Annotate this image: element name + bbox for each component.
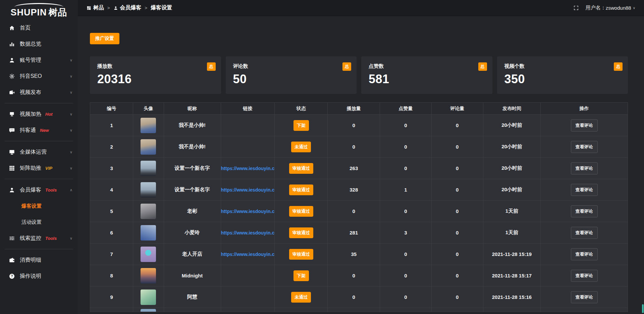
- caret-down-icon: ∨: [633, 6, 635, 10]
- cell-avatar: [133, 136, 164, 158]
- status-badge[interactable]: 审核通过: [289, 185, 313, 195]
- cell-comments: [431, 308, 483, 312]
- cell-link: [221, 286, 274, 308]
- status-badge[interactable]: 未通过: [291, 292, 311, 303]
- sidebar-item-label: 视频发布: [20, 89, 41, 96]
- cell-published: 2021-11-28 15:16: [483, 286, 541, 308]
- topbar-right: 用户名：zswodun88∨: [573, 5, 635, 11]
- cell-plays: 0: [328, 136, 380, 158]
- status-badge[interactable]: 审核通过: [289, 249, 313, 260]
- sidebar: SHUPIN树品 首页数据总览账号管理∨抖音SEO∨视频发布∨视频加热Hot∨抖…: [0, 0, 78, 314]
- sidebar-item-video-publish[interactable]: 视频发布∨: [0, 84, 78, 100]
- sidebar-item-label: 操作说明: [20, 273, 41, 280]
- view-comments-button[interactable]: 查看评论: [571, 227, 598, 239]
- sidebar-item-tag: Hot: [45, 112, 53, 117]
- user-menu[interactable]: 用户名：zswodun88∨: [586, 5, 635, 11]
- view-comments-button[interactable]: 查看评论: [571, 205, 598, 217]
- cell-comments: 0: [431, 158, 483, 179]
- video-link[interactable]: https://www.iesdouyin.c: [221, 230, 275, 235]
- status-badge[interactable]: 下架: [293, 270, 309, 281]
- sidebar-item-account-manage[interactable]: 账号管理∨: [0, 52, 78, 68]
- view-comments-button[interactable]: 查看评论: [571, 162, 598, 174]
- avatar: [141, 309, 156, 312]
- sidebar-subitem-baoke-settings[interactable]: 爆客设置: [0, 198, 78, 214]
- cell-actions: 查看评论: [541, 244, 628, 265]
- sidebar-item-clue-monitor[interactable]: 线索监控Tools∨: [0, 230, 78, 246]
- stat-label: 播放数: [97, 63, 214, 69]
- cell-actions: 查看评论: [541, 136, 628, 158]
- sidebar-divider: [5, 179, 73, 179]
- sidebar-item-consume-detail[interactable]: 消费明细: [0, 252, 78, 268]
- sidebar-item-member-baoke[interactable]: 会员爆客Tools∧: [0, 182, 78, 198]
- sidebar-item-label: 矩阵助推: [20, 165, 41, 172]
- cell-status: 未通过: [274, 136, 328, 158]
- chevron-down-icon: ∨: [70, 166, 72, 170]
- cell-comments: 0: [431, 136, 483, 158]
- sidebar-item-douketong[interactable]: 抖客通New∨: [0, 122, 78, 138]
- sidebar-item-tag: VIP: [45, 166, 52, 171]
- view-comments-button[interactable]: 查看评论: [571, 119, 598, 132]
- cell-avatar: [133, 115, 164, 136]
- sidebar-item-douyin-seo[interactable]: 抖音SEO∨: [0, 68, 78, 84]
- sidebar-item-matrix-boost[interactable]: 矩阵助推VIP∨: [0, 160, 78, 176]
- breadcrumb: 树品>会员爆客>爆客设置: [87, 4, 172, 11]
- chat-icon: [9, 127, 15, 134]
- username-value: zswodun88: [606, 5, 631, 11]
- sidebar-divider: [5, 141, 73, 141]
- video-link[interactable]: https://www.iesdouyin.c: [221, 209, 275, 214]
- cell-published: 1天前: [483, 201, 541, 222]
- monitor-icon: [9, 149, 15, 155]
- stat-value: 581: [369, 72, 485, 86]
- cell-status: [274, 308, 328, 312]
- cell-comments: 0: [431, 265, 483, 286]
- cell-published: 1天前: [483, 222, 541, 244]
- view-comments-button[interactable]: 查看评论: [571, 270, 598, 282]
- cell-comments: 0: [431, 286, 483, 308]
- view-comments-button[interactable]: 查看评论: [571, 291, 598, 303]
- view-comments-button[interactable]: 查看评论: [571, 184, 598, 196]
- cell-comments: 0: [431, 244, 483, 265]
- scrollbar-thumb[interactable]: [642, 304, 644, 313]
- sidebar-item-label: 全媒体运营: [20, 149, 47, 156]
- sidebar-subitem-activity-settings[interactable]: 活动设置: [0, 214, 78, 230]
- breadcrumb-item[interactable]: 爆客设置: [151, 4, 172, 11]
- status-badge[interactable]: 审核通过: [289, 227, 313, 238]
- cell-actions: 查看评论: [541, 158, 628, 179]
- video-link[interactable]: https://www.iesdouyin.c: [221, 187, 275, 193]
- video-link[interactable]: https://www.iesdouyin.c: [221, 252, 275, 257]
- status-badge[interactable]: 下架: [293, 120, 309, 131]
- sidebar-item-video-heat[interactable]: 视频加热Hot∨: [0, 106, 78, 122]
- breadcrumb-item[interactable]: 树品: [87, 4, 104, 11]
- cell-id: 2: [90, 136, 133, 158]
- breadcrumb-item[interactable]: 会员爆客: [113, 4, 142, 11]
- view-comments-button[interactable]: 查看评论: [571, 141, 598, 153]
- sidebar-item-operation-guide[interactable]: ?操作说明: [0, 268, 78, 284]
- cell-published: 2021-11-28 15:17: [483, 265, 541, 286]
- status-badge[interactable]: 审核通过: [289, 206, 313, 217]
- promo-settings-button[interactable]: 推广设置: [90, 33, 119, 44]
- total-badge: 总: [342, 62, 351, 71]
- cell-link: [221, 136, 274, 158]
- cell-likes: [380, 308, 431, 312]
- avatar: [141, 139, 156, 155]
- sidebar-item-data-overview[interactable]: 数据总览: [0, 36, 78, 52]
- view-comments-button[interactable]: 查看评论: [571, 248, 598, 260]
- cell-published: 20小时前: [483, 115, 541, 136]
- column-header-actions: 操作: [541, 103, 628, 115]
- sidebar-item-all-media[interactable]: 全媒体运营∨: [0, 144, 78, 160]
- fullscreen-button[interactable]: [573, 5, 579, 11]
- video-link[interactable]: https://www.iesdouyin.c: [221, 166, 275, 171]
- status-badge[interactable]: 未通过: [291, 142, 311, 152]
- cell-id: [90, 308, 133, 312]
- gear-icon: [9, 73, 15, 80]
- stat-value: 50: [233, 72, 350, 86]
- stat-label: 视频个数: [504, 63, 621, 69]
- cell-avatar: [133, 201, 164, 222]
- sidebar-item-label: 数据总览: [20, 41, 41, 48]
- cell-link: [221, 115, 274, 136]
- status-badge[interactable]: 审核通过: [289, 163, 313, 174]
- sidebar-item-home[interactable]: 首页: [0, 20, 78, 36]
- cell-plays: 0: [328, 201, 380, 222]
- logo-text: SHUPIN树品: [0, 6, 78, 18]
- table-row: 6小爱玲https://www.iesdouyin.c审核通过281301天前查…: [90, 222, 628, 244]
